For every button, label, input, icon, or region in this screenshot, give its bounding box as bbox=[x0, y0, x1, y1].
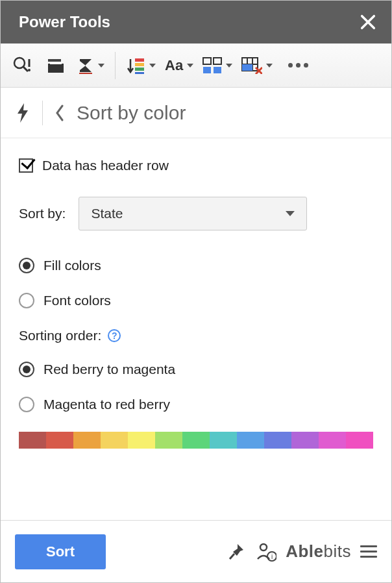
sorting-order-label-row: Sorting order: ? bbox=[19, 328, 373, 343]
tool-smart-toolbar[interactable] bbox=[7, 51, 37, 81]
titlebar: Power Tools bbox=[1, 1, 391, 43]
spectrum-swatch bbox=[210, 432, 237, 449]
svg-line-22 bbox=[230, 554, 234, 559]
toolbar: Aa bbox=[1, 43, 391, 88]
radio-font-colors[interactable]: Font colors bbox=[19, 293, 373, 308]
tool-clear[interactable] bbox=[239, 51, 275, 81]
breadcrumb-separator bbox=[42, 101, 43, 125]
svg-rect-7 bbox=[79, 73, 92, 74]
brand-logo: Ablebits bbox=[286, 541, 351, 562]
checkbox-icon bbox=[19, 158, 33, 173]
tool-sort-color[interactable] bbox=[123, 51, 158, 81]
radio-fill-label: Fill colors bbox=[43, 258, 101, 273]
spectrum-swatch bbox=[182, 432, 210, 449]
svg-rect-15 bbox=[214, 67, 221, 73]
brand-bold: Able bbox=[286, 541, 323, 561]
brand-rest: bits bbox=[324, 541, 351, 561]
info-button[interactable]: i bbox=[256, 541, 276, 562]
radio-font-label: Font colors bbox=[43, 293, 111, 308]
spectrum-swatch bbox=[46, 432, 73, 449]
radio-icon bbox=[19, 258, 34, 273]
radio-icon bbox=[19, 397, 34, 412]
svg-rect-13 bbox=[214, 58, 221, 64]
sorting-order-label: Sorting order: bbox=[19, 328, 101, 343]
svg-rect-11 bbox=[135, 72, 144, 74]
sort-by-label: Sort by: bbox=[19, 206, 66, 221]
spectrum-swatch bbox=[264, 432, 291, 449]
menu-button[interactable] bbox=[360, 545, 377, 558]
caret-down-icon bbox=[98, 64, 104, 68]
text-aa-icon: Aa bbox=[165, 57, 183, 74]
breadcrumb: Sort by color bbox=[1, 88, 391, 138]
svg-rect-10 bbox=[135, 68, 144, 71]
svg-rect-21 bbox=[247, 64, 252, 71]
bolt-icon bbox=[15, 103, 31, 123]
radio-fill-colors[interactable]: Fill colors bbox=[19, 258, 373, 273]
svg-rect-4 bbox=[48, 59, 61, 62]
tool-function[interactable] bbox=[75, 51, 107, 81]
radio-rb-to-magenta[interactable]: Red berry to magenta bbox=[19, 362, 373, 377]
svg-point-23 bbox=[260, 544, 267, 551]
spectrum-swatch bbox=[19, 432, 46, 449]
svg-rect-5 bbox=[48, 64, 64, 73]
page-title: Sort by color bbox=[77, 102, 186, 124]
grid-remove-icon bbox=[241, 57, 262, 74]
titlebar-title: Power Tools bbox=[19, 13, 110, 31]
sigma-icon bbox=[77, 57, 94, 74]
svg-rect-12 bbox=[203, 58, 211, 64]
spectrum-swatch bbox=[101, 432, 128, 449]
sort-button[interactable]: Sort bbox=[15, 534, 106, 569]
caret-down-icon bbox=[187, 64, 193, 68]
spectrum-swatch bbox=[291, 432, 319, 449]
svg-point-3 bbox=[28, 69, 31, 71]
tool-split-merge[interactable] bbox=[200, 51, 235, 81]
spectrum-swatch bbox=[237, 432, 264, 449]
spectrum-swatch bbox=[73, 432, 101, 449]
tool-sheets[interactable] bbox=[41, 51, 71, 81]
svg-rect-20 bbox=[242, 64, 247, 71]
radio-magenta-to-rb[interactable]: Magenta to red berry bbox=[19, 397, 373, 412]
pin-icon bbox=[228, 543, 245, 561]
header-row-checkbox[interactable]: Data has header row bbox=[19, 158, 373, 173]
magnifier-exclaim-icon bbox=[12, 56, 32, 75]
caret-down-icon bbox=[266, 64, 273, 68]
folder-stack-icon bbox=[46, 56, 66, 75]
caret-down-icon bbox=[149, 64, 156, 68]
hamburger-icon bbox=[360, 545, 377, 547]
spectrum-swatch bbox=[155, 432, 182, 449]
svg-point-0 bbox=[14, 58, 25, 68]
svg-rect-8 bbox=[135, 58, 144, 62]
close-icon bbox=[359, 13, 377, 31]
close-button[interactable] bbox=[359, 13, 377, 31]
grid-split-icon bbox=[202, 57, 222, 74]
caret-down-icon bbox=[286, 211, 295, 216]
spectrum-swatch bbox=[346, 432, 373, 449]
sort-by-select[interactable]: State bbox=[79, 197, 307, 230]
toolbar-separator bbox=[115, 52, 116, 79]
back-button[interactable] bbox=[55, 105, 65, 121]
power-tools-panel: Power Tools bbox=[0, 0, 392, 583]
person-info-icon: i bbox=[256, 542, 276, 562]
svg-rect-14 bbox=[203, 67, 211, 73]
form-body: Data has header row Sort by: State Fill … bbox=[1, 138, 391, 520]
pin-button[interactable] bbox=[226, 541, 247, 562]
tool-text[interactable]: Aa bbox=[162, 51, 196, 81]
spectrum-swatch bbox=[128, 432, 155, 449]
tool-more[interactable] bbox=[279, 51, 317, 81]
color-spectrum bbox=[19, 432, 373, 449]
question-icon: ? bbox=[112, 330, 117, 341]
footer: Sort i Ablebits bbox=[1, 520, 391, 582]
radio-rb-to-m-label: Red berry to magenta bbox=[43, 362, 175, 377]
help-button[interactable]: ? bbox=[108, 329, 121, 342]
svg-text:i: i bbox=[271, 553, 273, 560]
svg-rect-9 bbox=[135, 63, 144, 66]
svg-line-1 bbox=[23, 67, 28, 71]
radio-icon bbox=[19, 362, 34, 377]
more-dots-icon bbox=[282, 63, 315, 68]
sort-by-value: State bbox=[91, 206, 123, 221]
spectrum-swatch bbox=[319, 432, 346, 449]
sort-by-row: Sort by: State bbox=[19, 197, 373, 230]
caret-down-icon bbox=[226, 64, 232, 68]
sort-color-icon bbox=[126, 56, 145, 75]
radio-icon bbox=[19, 293, 34, 308]
